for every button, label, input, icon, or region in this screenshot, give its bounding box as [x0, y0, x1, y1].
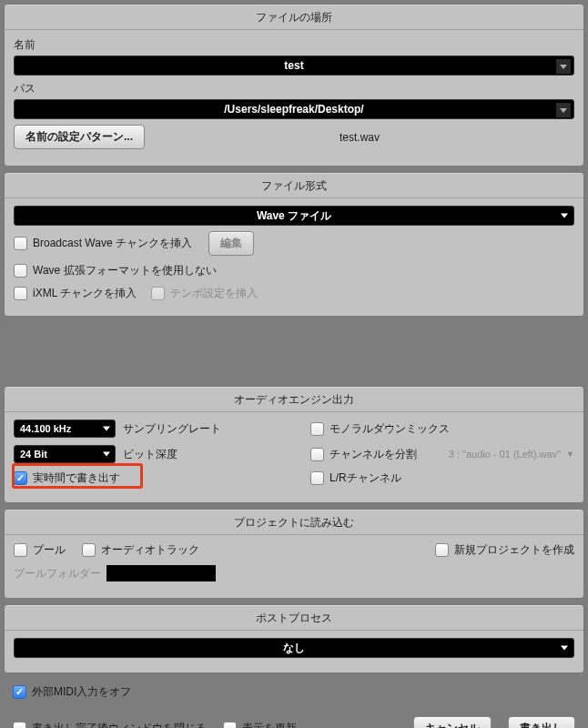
- audio-track-label: オーディオトラック: [101, 542, 199, 558]
- new-project-checkbox[interactable]: [435, 543, 449, 557]
- edit-button[interactable]: 編集: [208, 231, 254, 256]
- close-after-checkbox[interactable]: [13, 722, 26, 728]
- file-format-select[interactable]: Wave ファイル: [14, 206, 574, 226]
- audio-engine-title: オーディオエンジン出力: [5, 387, 583, 412]
- midi-off-label: 外部MIDI入力をオフ: [32, 684, 131, 700]
- split-channels-checkbox[interactable]: [310, 448, 324, 461]
- lr-channel-checkbox[interactable]: [310, 471, 324, 485]
- refresh-display-label: 表示を更新: [242, 721, 297, 728]
- ixml-label: iXML チャンクを挿入: [33, 286, 137, 301]
- audio-track-checkbox[interactable]: [82, 543, 96, 557]
- realtime-export-checkbox[interactable]: [14, 471, 27, 485]
- bit-depth-select[interactable]: 24 Bit: [14, 445, 116, 463]
- sample-rate-select[interactable]: 44.100 kHz: [14, 420, 116, 438]
- file-format-panel: ファイル形式 Wave ファイル Broadcast Wave チャンクを挿入 …: [4, 172, 584, 317]
- split-example-text: 3 : "audio - 01 (Left).wav": [449, 449, 561, 460]
- post-process-panel: ポストプロセス なし: [4, 604, 584, 673]
- wave-ext-label: Wave 拡張フォーマットを使用しない: [33, 263, 217, 278]
- refresh-display-checkbox[interactable]: [223, 722, 237, 728]
- file-format-title: ファイル形式: [5, 173, 583, 198]
- lr-channel-label: L/Rチャンネル: [329, 470, 401, 486]
- audio-engine-panel: オーディオエンジン出力 44.100 kHz サンプリングレート モノラルダウン…: [4, 386, 584, 503]
- pool-checkbox[interactable]: [14, 543, 27, 557]
- pool-folder-label: プールフォルダー: [14, 566, 101, 581]
- bit-depth-label: ビット深度: [123, 447, 177, 462]
- pool-label: プール: [33, 542, 66, 558]
- close-after-label: 書き出し完了後ウィンドウを閉じる: [32, 721, 207, 728]
- import-project-title: プロジェクトに読み込む: [5, 510, 583, 535]
- import-project-panel: プロジェクトに読み込む プール オーディオトラック 新規プロジェクトを作成 プー…: [4, 509, 584, 599]
- new-project-label: 新規プロジェクトを作成: [454, 542, 574, 558]
- mono-downmix-checkbox[interactable]: [310, 422, 324, 436]
- name-pattern-button[interactable]: 名前の設定パターン...: [14, 125, 145, 149]
- chevron-down-icon: ▼: [566, 450, 574, 459]
- chevron-down-icon: [561, 646, 568, 651]
- cancel-button[interactable]: キャンセル: [413, 716, 492, 728]
- filename-preview: test.wav: [145, 131, 574, 144]
- chevron-down-icon: [556, 103, 571, 117]
- file-location-panel: ファイルの場所 名前 test パス /Users/sleepfreak/Des…: [4, 4, 584, 167]
- chevron-down-icon: [103, 427, 110, 431]
- file-location-title: ファイルの場所: [5, 5, 583, 30]
- ixml-checkbox[interactable]: [14, 287, 27, 300]
- chevron-down-icon: [561, 214, 568, 218]
- pool-folder-field[interactable]: [106, 565, 216, 581]
- chevron-down-icon: [556, 59, 571, 74]
- tempo-checkbox: [151, 287, 165, 300]
- midi-off-checkbox[interactable]: [13, 685, 26, 699]
- export-button[interactable]: 書き出し: [508, 716, 575, 728]
- chevron-down-icon: [103, 452, 110, 457]
- post-process-select[interactable]: なし: [14, 638, 574, 658]
- sample-rate-label: サンプリングレート: [123, 421, 221, 437]
- wave-ext-checkbox[interactable]: [14, 264, 27, 278]
- split-channels-label: チャンネルを分割: [329, 447, 417, 462]
- mono-downmix-label: モノラルダウンミックス: [329, 421, 450, 437]
- realtime-export-label: 実時間で書き出す: [33, 470, 120, 486]
- path-select[interactable]: /Users/sleepfreak/Desktop/: [14, 99, 574, 119]
- path-label: パス: [14, 81, 574, 96]
- broadcast-wave-checkbox[interactable]: [14, 237, 27, 250]
- tempo-label: テンポ設定を挿入: [170, 286, 258, 301]
- name-label: 名前: [14, 37, 574, 53]
- name-select[interactable]: test: [14, 56, 574, 76]
- broadcast-wave-label: Broadcast Wave チャンクを挿入: [33, 236, 192, 251]
- post-process-title: ポストプロセス: [5, 605, 583, 631]
